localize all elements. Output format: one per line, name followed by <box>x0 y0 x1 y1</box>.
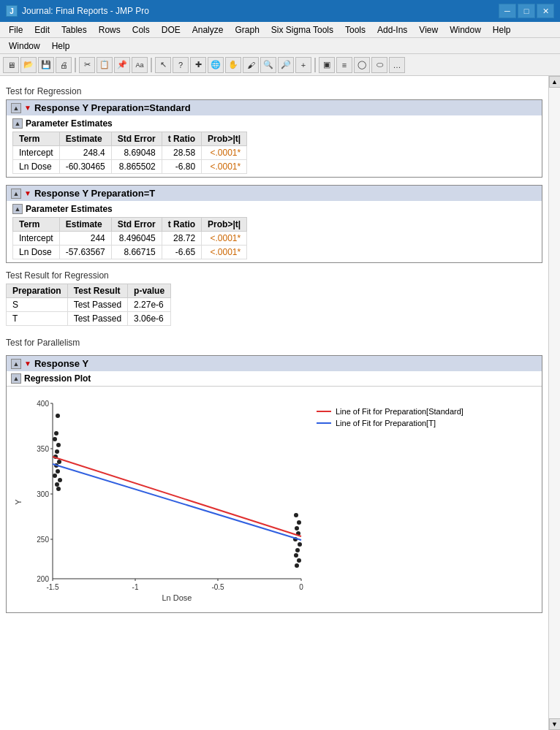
collapse-param-standard-btn[interactable]: ▲ <box>12 118 23 129</box>
svg-point-36 <box>295 526 299 531</box>
svg-point-32 <box>55 482 59 487</box>
menu-addins[interactable]: Add-Ins <box>371 23 413 37</box>
toolbar-oval[interactable]: ⬭ <box>371 57 387 73</box>
toolbar-open[interactable]: 📂 <box>20 57 37 73</box>
toolbar-hand[interactable]: ✋ <box>225 57 241 73</box>
menu-cols[interactable]: Cols <box>126 23 156 37</box>
param-t-section: ▲ Parameter Estimates Term Estimate Std … <box>7 201 542 262</box>
menu-file[interactable]: File <box>3 23 29 37</box>
estimate-t-2: -57.63567 <box>59 246 111 259</box>
response-y-header: ▲ ▼ Response Y <box>7 356 542 371</box>
tratio-t-2: -6.65 <box>162 246 201 259</box>
toolbar-help[interactable]: ? <box>173 57 189 73</box>
maximize-button[interactable]: □ <box>518 4 535 18</box>
svg-point-40 <box>295 548 300 552</box>
toolbar-new[interactable]: 🖥 <box>3 57 19 73</box>
toolbar-add[interactable]: ✚ <box>190 57 206 73</box>
toolbar-print[interactable]: 🖨 <box>56 57 72 73</box>
table-row: Intercept 244 8.496045 28.72 <.0001* <box>13 232 247 246</box>
menu-view[interactable]: View <box>413 23 444 37</box>
toolbar-sep1 <box>75 58 76 72</box>
menu-rows[interactable]: Rows <box>93 23 126 37</box>
menu-graph[interactable]: Graph <box>229 23 265 37</box>
scroll-down-btn[interactable]: ▼ <box>549 718 561 730</box>
toolbar-zoom[interactable]: 🔎 <box>278 57 294 73</box>
svg-point-24 <box>56 443 61 447</box>
minimize-button[interactable]: ─ <box>499 4 516 18</box>
svg-text:Y: Y <box>14 499 23 505</box>
col-testresult: Test Result <box>67 284 127 298</box>
param-standard-header: ▲ Parameter Estimates <box>12 118 536 129</box>
prob-s-2: <.0001* <box>202 160 247 174</box>
plot-svg-area: Y 400 3 <box>12 392 305 607</box>
col-term-s: Term <box>13 132 60 146</box>
col-tratio-t: t Ratio <box>162 218 201 232</box>
menu-help[interactable]: Help <box>487 23 517 37</box>
red-triangle-y[interactable]: ▼ <box>24 360 31 368</box>
collapse-standard-btn[interactable]: ▲ <box>11 103 21 113</box>
svg-text:Ln Dose: Ln Dose <box>162 593 192 602</box>
menu-bar: File Edit Tables Rows Cols DOE Analyze G… <box>0 22 560 38</box>
content-area: Test for Regression ▲ ▼ Response Y Prepa… <box>0 76 548 730</box>
toolbar-format[interactable]: Aa <box>132 57 148 73</box>
response-y-title: Response Y <box>34 358 88 369</box>
svg-point-23 <box>53 437 57 441</box>
collapse-y-btn[interactable]: ▲ <box>11 359 21 369</box>
app-icon: J <box>6 5 18 17</box>
col-pvalue: p-value <box>128 284 171 298</box>
toolbar-search[interactable]: 🔍 <box>260 57 276 73</box>
svg-point-35 <box>297 520 301 525</box>
menu-tools[interactable]: Tools <box>339 23 371 37</box>
param-t-label: Parameter Estimates <box>26 204 113 214</box>
term-t-1: Intercept <box>13 232 60 246</box>
toolbar-more[interactable]: … <box>389 57 405 73</box>
toolbar-shape[interactable]: ◯ <box>354 57 370 73</box>
menu-edit[interactable]: Edit <box>29 23 56 37</box>
legend-t-label: Line of Fit for Preparation[T] <box>336 419 436 427</box>
col-prob-t: Prob>|t| <box>202 218 247 232</box>
red-triangle-t[interactable]: ▼ <box>24 189 31 197</box>
term-s-2: Ln Dose <box>13 160 60 174</box>
regression-plot-label: Regression Plot <box>24 373 91 384</box>
menu-window2[interactable]: Window <box>3 39 46 53</box>
svg-text:350: 350 <box>37 445 49 453</box>
tratio-t-1: 28.72 <box>162 232 201 246</box>
menu-help2[interactable]: Help <box>46 39 76 53</box>
toolbar-cut[interactable]: ✂ <box>79 57 95 73</box>
pvalue-t: 3.06e-6 <box>128 312 171 326</box>
toolbar-frame[interactable]: ▣ <box>319 57 335 73</box>
menu-tables[interactable]: Tables <box>56 23 93 37</box>
toolbar-cols[interactable]: ≡ <box>336 57 352 73</box>
toolbar-sep3 <box>314 58 316 72</box>
scroll-up-btn[interactable]: ▲ <box>549 76 561 88</box>
menu-doe[interactable]: DOE <box>156 23 186 37</box>
col-term-t: Term <box>13 218 60 232</box>
red-triangle-standard[interactable]: ▼ <box>24 104 31 112</box>
close-button[interactable]: ✕ <box>537 4 554 18</box>
svg-point-21 <box>56 414 60 418</box>
svg-point-43 <box>295 563 299 568</box>
term-t-2: Ln Dose <box>13 246 60 259</box>
param-standard-section: ▲ Parameter Estimates Term Estimate Std … <box>7 115 542 177</box>
legend-standard-label: Line of Fit for Preparation[Standard] <box>336 407 463 416</box>
col-prep: Preparation <box>7 284 68 298</box>
toolbar-paste[interactable]: 📌 <box>114 57 130 73</box>
menu-window[interactable]: Window <box>444 23 487 37</box>
collapse-param-t-btn[interactable]: ▲ <box>12 204 23 214</box>
test-result-table: Preparation Test Result p-value S Test P… <box>6 284 171 326</box>
toolbar-plus[interactable]: + <box>295 57 311 73</box>
toolbar-save[interactable]: 💾 <box>38 57 54 73</box>
svg-point-25 <box>55 449 59 454</box>
svg-point-22 <box>54 431 58 436</box>
menu-sixsigma[interactable]: Six Sigma Tools <box>265 23 339 37</box>
toolbar-brush[interactable]: 🖌 <box>243 57 259 73</box>
collapse-regplot-btn[interactable]: ▲ <box>11 373 21 384</box>
toolbar-globe[interactable]: 🌐 <box>208 57 224 73</box>
window-title: Journal: Final Reports - JMP Pro <box>22 6 149 16</box>
scroll-track[interactable] <box>549 88 560 718</box>
term-s-1: Intercept <box>13 146 60 160</box>
toolbar-select[interactable]: ↖ <box>155 57 171 73</box>
toolbar-copy[interactable]: 📋 <box>97 57 113 73</box>
menu-analyze[interactable]: Analyze <box>186 23 230 37</box>
collapse-t-btn[interactable]: ▲ <box>11 189 21 199</box>
